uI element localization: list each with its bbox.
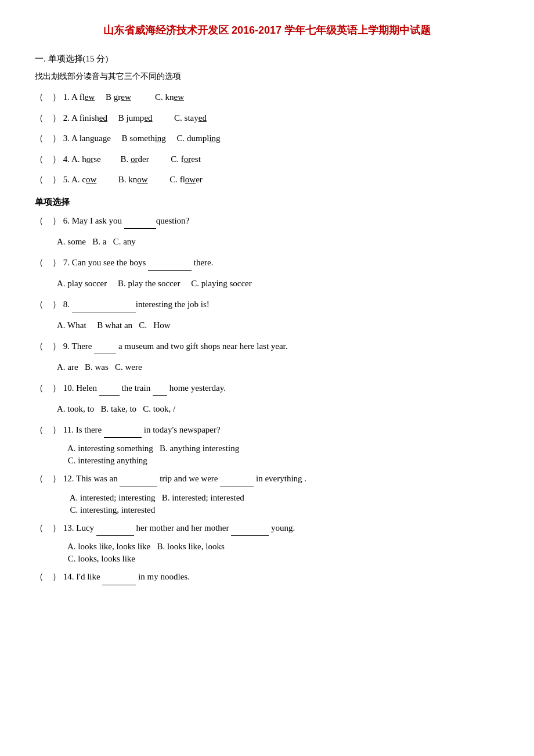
options-12a: A. interested; interesting B. interested… bbox=[57, 493, 499, 503]
q-num-5: 5. A. cow B. know C. flower bbox=[61, 172, 203, 188]
question-row-1: （ ） 1. A flew B grew C. knew bbox=[35, 90, 499, 105]
answer-blank bbox=[44, 172, 52, 188]
options-13b: C. looks, looks like bbox=[57, 554, 499, 564]
answer-blank bbox=[44, 381, 52, 396]
question-block-9: （ ） 9. There a museum and two gift shops… bbox=[35, 339, 499, 375]
q-text-8: 8. interesting the job is! bbox=[61, 297, 210, 313]
options-7: A. play soccer B. play the soccer C. pla… bbox=[57, 276, 499, 291]
answer-blank bbox=[44, 521, 52, 536]
bracket-open: （ bbox=[35, 131, 44, 146]
bracket-open: （ bbox=[35, 423, 44, 438]
bracket-open: （ bbox=[35, 381, 44, 396]
bracket-open: （ bbox=[35, 90, 44, 105]
q-text-6: 6. May I ask you question? bbox=[61, 214, 189, 229]
question-block-14: （ ） 14. I'd like in my noodles. bbox=[35, 570, 499, 585]
question-row-3: （ ） 3. A language B something C. dumplin… bbox=[35, 131, 499, 146]
answer-blank bbox=[44, 570, 52, 585]
options-6: A. some B. a C. any bbox=[57, 235, 499, 250]
q-num-1: 1. A flew B grew C. knew bbox=[61, 90, 184, 105]
q-num-4: 4. A. horse B. order C. forest bbox=[61, 152, 201, 167]
question-block-8: （ ） 8. interesting the job is! A. What B… bbox=[35, 297, 499, 333]
bracket-open: （ bbox=[35, 570, 44, 585]
question-block-11: （ ） 11. Is there in today's newspaper? A… bbox=[35, 423, 499, 466]
answer-blank bbox=[44, 297, 52, 312]
bracket-close: ） bbox=[52, 381, 61, 396]
bracket-close: ） bbox=[52, 339, 61, 354]
bracket-open: （ bbox=[35, 172, 44, 188]
bracket-close: ） bbox=[52, 423, 61, 438]
options-8: A. What B what an C. How bbox=[57, 318, 499, 333]
bracket-open: （ bbox=[35, 521, 44, 536]
answer-blank bbox=[44, 255, 52, 271]
bracket-close: ） bbox=[52, 172, 61, 188]
answer-blank bbox=[44, 131, 52, 146]
answer-blank bbox=[44, 111, 52, 126]
bracket-open: （ bbox=[35, 471, 44, 487]
question-block-12: （ ） 12. This was an trip and we were in … bbox=[35, 471, 499, 515]
bracket-close: ） bbox=[52, 570, 61, 585]
bracket-close: ） bbox=[52, 297, 61, 312]
instruction: 找出划线部分读音与其它三个不同的选项 bbox=[35, 71, 499, 82]
q-num-2: 2. A finished B jumped C. stayed bbox=[61, 111, 207, 126]
bracket-open: （ bbox=[35, 214, 44, 229]
bracket-close: ） bbox=[52, 90, 61, 105]
bracket-close: ） bbox=[52, 214, 61, 229]
question-block-6: （ ） 6. May I ask you question? A. some B… bbox=[35, 214, 499, 250]
answer-blank bbox=[44, 471, 52, 487]
bracket-close: ） bbox=[52, 255, 61, 271]
options-9: A. are B. was C. were bbox=[57, 360, 499, 375]
section1-header: 一. 单项选择(15 分) bbox=[35, 53, 499, 64]
answer-blank bbox=[44, 339, 52, 354]
q-num-3: 3. A language B something C. dumpling bbox=[61, 131, 221, 146]
question-block-13: （ ） 13. Lucy her mother and her mother y… bbox=[35, 521, 499, 564]
bracket-open: （ bbox=[35, 255, 44, 271]
bracket-open: （ bbox=[35, 111, 44, 126]
subsection-header: 单项选择 bbox=[35, 197, 499, 208]
bracket-close: ） bbox=[52, 521, 61, 536]
q-text-7: 7. Can you see the boys there. bbox=[61, 255, 213, 271]
q-text-9: 9. There a museum and two gift shops nea… bbox=[61, 339, 288, 355]
options-11b: C. interesting anything bbox=[57, 456, 499, 466]
answer-blank bbox=[44, 423, 52, 438]
question-row-5: （ ） 5. A. cow B. know C. flower bbox=[35, 172, 499, 188]
q-text-13: 13. Lucy her mother and her mother young… bbox=[61, 521, 295, 537]
q-text-11: 11. Is there in today's newspaper? bbox=[61, 423, 221, 438]
question-row-4: （ ） 4. A. horse B. order C. forest bbox=[35, 152, 499, 167]
options-12b: C. interesting, interested bbox=[57, 505, 499, 515]
bracket-close: ） bbox=[52, 131, 61, 146]
bracket-close: ） bbox=[52, 152, 61, 167]
options-13a: A. looks like, looks like B. looks like,… bbox=[57, 542, 499, 552]
question-row-2: （ ） 2. A finished B jumped C. stayed bbox=[35, 111, 499, 126]
page-title: 山东省威海经济技术开发区 2016-2017 学年七年级英语上学期期中试题 bbox=[35, 23, 499, 37]
answer-blank bbox=[44, 152, 52, 167]
bracket-close: ） bbox=[52, 111, 61, 126]
answer-blank bbox=[44, 90, 52, 105]
bracket-open: （ bbox=[35, 339, 44, 354]
question-block-7: （ ） 7. Can you see the boys there. A. pl… bbox=[35, 255, 499, 291]
bracket-close: ） bbox=[52, 471, 61, 487]
options-11a: A. interesting something B. anything int… bbox=[57, 444, 499, 453]
bracket-open: （ bbox=[35, 297, 44, 312]
answer-blank bbox=[44, 214, 52, 229]
bracket-open: （ bbox=[35, 152, 44, 167]
q-text-12: 12. This was an trip and we were in ever… bbox=[61, 471, 306, 487]
q-text-10: 10. Helen the train home yesterday. bbox=[61, 381, 226, 397]
options-10: A. took, to B. take, to C. took, / bbox=[57, 402, 499, 417]
question-block-10: （ ） 10. Helen the train home yesterday. … bbox=[35, 381, 499, 417]
q-text-14: 14. I'd like in my noodles. bbox=[61, 570, 190, 585]
